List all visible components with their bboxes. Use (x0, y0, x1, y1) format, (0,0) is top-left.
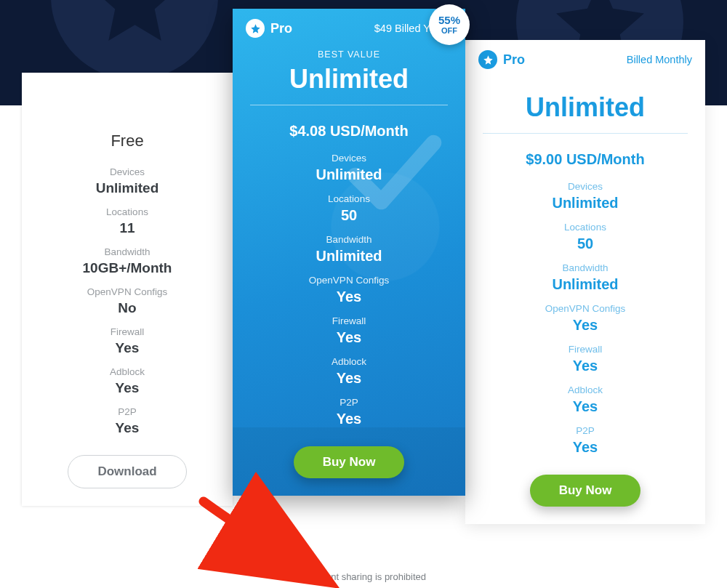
discount-percent: 55% (438, 15, 460, 25)
feature-row: OpenVPN ConfigsYes (465, 303, 705, 334)
plan-name: Unlimited (250, 64, 448, 105)
feature-row: DevicesUnlimited (465, 181, 705, 212)
feature-value: Yes (573, 317, 598, 334)
feature-row: OpenVPN ConfigsYes (233, 275, 465, 305)
plan-title-row: Pro (246, 19, 292, 38)
feature-row: P2PYes (233, 397, 465, 427)
feature-row: Locations50 (233, 193, 465, 224)
feature-label: Bandwidth (326, 234, 371, 245)
feature-row: P2PYes (22, 406, 233, 436)
star-icon (478, 50, 497, 69)
feature-value: Yes (573, 358, 598, 374)
feature-row: AdblockYes (22, 366, 233, 396)
feature-value: Yes (116, 340, 140, 356)
feature-label: P2P (576, 425, 595, 436)
plan-tier-free: Free (22, 120, 233, 156)
feature-label: OpenVPN Configs (87, 286, 167, 297)
feature-label: Bandwidth (562, 262, 608, 273)
plan-card-yearly: 55% OFF Pro $49 Billed Yearly BEST VALUE… (233, 9, 465, 496)
feature-value: Yes (337, 411, 361, 427)
feature-label: OpenVPN Configs (309, 275, 389, 286)
feature-label: Firewall (111, 326, 145, 337)
feature-row: BandwidthUnlimited (465, 262, 705, 293)
feature-value: 10GB+/Month (83, 260, 172, 276)
feature-label: Adblock (332, 356, 366, 367)
plan-title-row: Pro (478, 50, 525, 69)
feature-row: OpenVPN ConfigsNo (22, 286, 233, 316)
feature-label: Locations (328, 193, 370, 204)
feature-value: Yes (573, 398, 598, 415)
footnote: *Account sharing is prohibited (0, 571, 727, 582)
buy-now-monthly-button[interactable]: Buy Now (530, 475, 641, 507)
feature-value: Unlimited (316, 166, 382, 183)
feature-row: FirewallYes (22, 326, 233, 356)
feature-value: No (118, 300, 136, 316)
feature-label: Locations (564, 222, 606, 233)
feature-label: P2P (118, 406, 137, 417)
feature-label: P2P (340, 397, 358, 408)
discount-off: OFF (441, 27, 457, 35)
feature-row: Locations50 (465, 222, 705, 252)
feature-label: Devices (110, 166, 145, 177)
feature-value: Unlimited (552, 195, 618, 212)
feature-value: Yes (116, 420, 140, 436)
plan-top-bar: Pro Billed Monthly (465, 40, 705, 73)
feature-label: Adblock (110, 366, 145, 377)
cta-row: Buy Now (233, 427, 465, 496)
feature-row: P2PYes (465, 425, 705, 456)
feature-row: DevicesUnlimited (233, 153, 465, 183)
feature-label: Firewall (569, 344, 603, 355)
feature-row: DevicesUnlimited (22, 166, 233, 196)
feature-row: FirewallYes (233, 315, 465, 346)
feature-row: AdblockYes (233, 356, 465, 387)
billing-note: Billed Monthly (627, 54, 692, 65)
feature-value: Unlimited (96, 180, 159, 196)
plan-price: $4.08 USD/Month (233, 123, 465, 140)
pro-label: Pro (270, 21, 292, 36)
feature-value: Yes (337, 370, 361, 387)
feature-value: Unlimited (552, 276, 618, 293)
feature-value: Yes (337, 289, 361, 305)
buy-now-yearly-button[interactable]: Buy Now (294, 446, 405, 478)
plan-header-limited: Limited (22, 73, 233, 120)
feature-value: 11 (119, 220, 134, 236)
feature-value: Yes (116, 380, 140, 396)
feature-label: Adblock (568, 384, 603, 395)
feature-value: 50 (577, 235, 593, 252)
plan-price: $9.00 USD/Month (465, 151, 705, 168)
discount-badge: 55% OFF (429, 4, 470, 45)
plan-card-limited: Limited Free DevicesUnlimited Locations1… (22, 73, 233, 506)
feature-row: AdblockYes (465, 384, 705, 415)
feature-label: Locations (106, 206, 148, 217)
plan-card-monthly: Pro Billed Monthly Unlimited $9.00 USD/M… (465, 40, 705, 524)
feature-value: Yes (573, 439, 598, 456)
download-button[interactable]: Download (68, 455, 186, 488)
plan-name: Unlimited (483, 92, 688, 134)
feature-label: Devices (568, 181, 603, 192)
feature-row: Locations11 (22, 206, 233, 236)
feature-value: Yes (337, 329, 361, 346)
best-value-badge: BEST VALUE (233, 49, 465, 60)
feature-label: Devices (332, 153, 366, 164)
feature-value: 50 (341, 207, 357, 224)
pro-label: Pro (503, 52, 525, 68)
cta-row: Download (22, 436, 233, 506)
feature-row: BandwidthUnlimited (233, 234, 465, 265)
feature-label: OpenVPN Configs (545, 303, 625, 314)
cta-row: Buy Now (465, 456, 705, 524)
star-icon (246, 19, 265, 38)
feature-row: FirewallYes (465, 344, 705, 374)
feature-label: Firewall (332, 315, 366, 326)
pricing-cards: Limited Free DevicesUnlimited Locations1… (0, 0, 727, 524)
feature-value: Unlimited (316, 248, 382, 265)
feature-label: Bandwidth (104, 246, 150, 257)
feature-row: Bandwidth10GB+/Month (22, 246, 233, 276)
